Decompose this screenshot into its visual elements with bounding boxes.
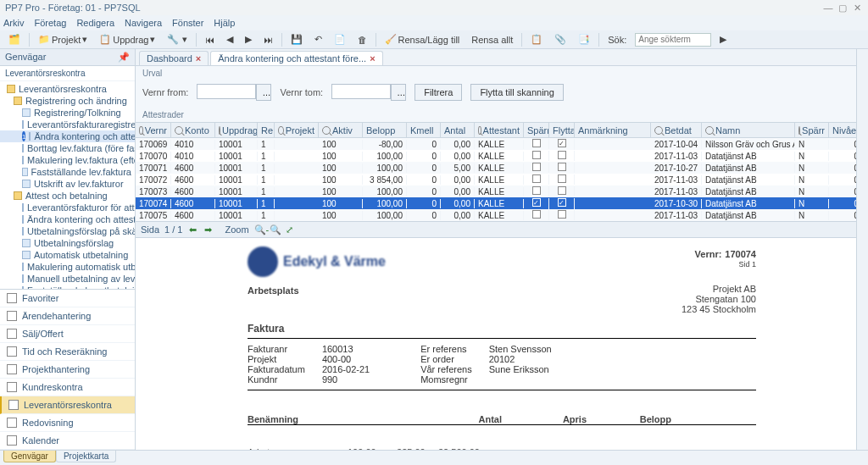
tree-item[interactable]: Leverantörsreskontra — [0, 83, 135, 95]
tree-item[interactable]: Borttag lev.faktura (före fastställande) — [0, 142, 135, 154]
column-header[interactable]: Aktiv — [319, 123, 363, 137]
vernr-to-input[interactable] — [331, 84, 391, 99]
sparr-checkbox[interactable] — [532, 139, 541, 147]
uppdrag-dropdown[interactable]: 📋 Uppdrag ▾ — [96, 33, 159, 46]
nav-section[interactable]: Tid och Reseräkning — [0, 343, 135, 361]
menu-fönster[interactable]: Fönster — [172, 18, 203, 28]
flytta-button[interactable]: Flytta till skanning — [470, 84, 563, 101]
vernr-from-lookup[interactable]: … — [256, 84, 271, 101]
menu-navigera[interactable]: Navigera — [125, 18, 162, 28]
menu-företag[interactable]: Företag — [34, 18, 66, 28]
column-header[interactable]: Uppdrag — [215, 123, 258, 137]
column-header[interactable]: Flytta — [549, 123, 575, 137]
table-row[interactable]: 1700694010100011100-80,0000,00KALLE2017-… — [136, 138, 868, 150]
tree-item[interactable]: Ändra kontering och attestant på lev.fak… — [0, 213, 135, 225]
close-icon[interactable]: ✕ — [851, 3, 863, 14]
search-input[interactable] — [635, 33, 711, 47]
tree-item[interactable]: Attest och betalning — [0, 190, 135, 202]
tree-item[interactable]: Utbetalningsförslag på skärm — [0, 225, 135, 237]
undo-icon[interactable]: ↶ — [311, 33, 326, 46]
save-icon[interactable]: 💾 — [287, 33, 306, 46]
tree-item[interactable]: Makulering lev.faktura (efter fastställa… — [0, 154, 135, 166]
nav-first-icon[interactable]: ⏮ — [202, 34, 218, 46]
sparr-checkbox[interactable] — [532, 151, 541, 159]
tree-item[interactable]: Fastställande lev.faktura — [0, 166, 135, 178]
column-header[interactable]: Antal — [441, 123, 475, 137]
document-tab[interactable]: Dashboard× — [139, 51, 209, 65]
column-header[interactable]: Belopp — [363, 123, 407, 137]
nav-section[interactable]: Sälj/Offert — [0, 325, 135, 343]
nav-section[interactable]: Leverantörsreskontra — [0, 396, 135, 414]
column-header[interactable]: Projekt — [275, 123, 319, 137]
table-row[interactable]: 1700704010100011100100,0000,00KALLE2017-… — [136, 150, 868, 162]
column-header[interactable]: Attestant — [475, 123, 524, 137]
sparr-checkbox[interactable] — [532, 210, 541, 219]
footer-tab-projektkarta[interactable]: Projektkarta — [56, 451, 116, 462]
document-tab[interactable]: Ändra kontering och attestant före...× — [210, 51, 382, 65]
rensa-lagg-button[interactable]: 🧹 Rensa/Lägg till — [381, 33, 464, 46]
nav-section[interactable]: Redovisning — [0, 414, 135, 432]
projekt-dropdown[interactable]: 📁 Projekt ▾ — [35, 33, 91, 46]
tree-item[interactable]: Utbetalningsförslag — [0, 237, 135, 249]
tab-close-icon[interactable]: × — [196, 53, 201, 64]
table-row[interactable]: 1700754600100011100100,0000,00KALLE2017-… — [136, 209, 868, 221]
toolbar-icon[interactable]: 📎 — [551, 33, 570, 46]
filter-icon[interactable] — [322, 126, 331, 135]
column-header[interactable]: Anmärkning — [575, 123, 651, 137]
flytta-checkbox[interactable] — [558, 210, 566, 219]
tree-item[interactable]: Makulering automatisk utbetalning — [0, 261, 135, 273]
table-row[interactable]: 1700734600100011100100,0000,00KALLE2017-… — [136, 185, 868, 197]
vernr-from-input[interactable] — [197, 84, 256, 99]
flytta-checkbox[interactable] — [558, 139, 566, 147]
filter-icon[interactable] — [478, 126, 481, 135]
column-header[interactable]: Spärr — [524, 123, 549, 137]
table-row[interactable]: 1700744600100011100100,0000,00KALLE2017-… — [136, 197, 868, 209]
nav-last-icon[interactable]: ⏭ — [260, 34, 276, 46]
toolbar-icon[interactable]: 🔧 ▾ — [164, 33, 190, 46]
sparr-checkbox[interactable] — [532, 163, 541, 171]
new-icon[interactable]: 📄 — [331, 33, 349, 46]
zoom-out-icon[interactable]: 🔍- — [254, 224, 264, 235]
filter-icon[interactable] — [278, 126, 284, 135]
zoom-fit-icon[interactable]: ⤢ — [285, 224, 295, 235]
flytta-checkbox[interactable] — [558, 163, 566, 171]
footer-tab-genvagar[interactable]: Genvägar — [3, 451, 56, 462]
tree-item[interactable]: Manuell utbetalning av lev.faktura — [0, 273, 135, 285]
page-prev-icon[interactable]: ⬅ — [187, 224, 198, 235]
toolbar-icon[interactable]: 🗂️ — [5, 33, 24, 46]
column-header[interactable]: Re... — [258, 123, 275, 137]
tree-item[interactable]: Leverantörsfakturaregistrering — [0, 119, 135, 130]
search-go-icon[interactable]: ▶ — [716, 33, 730, 46]
pin-icon[interactable]: 📌 — [118, 52, 130, 63]
flytta-checkbox[interactable] — [558, 174, 566, 183]
tree-item[interactable]: Registrering och ändring — [0, 95, 135, 107]
filtrera-button[interactable]: Filtrera — [415, 84, 462, 101]
filter-icon[interactable] — [175, 126, 183, 135]
tab-close-icon[interactable]: × — [370, 53, 375, 64]
filter-icon[interactable] — [219, 126, 220, 135]
nav-section[interactable]: Projekthantering — [0, 361, 135, 379]
flytta-checkbox[interactable] — [558, 186, 566, 195]
filter-icon[interactable] — [139, 126, 143, 135]
filter-icon[interactable] — [705, 126, 714, 135]
column-header[interactable]: Vernr — [136, 123, 171, 137]
nav-prev-icon[interactable]: ◀ — [223, 33, 236, 46]
flytta-checkbox[interactable] — [558, 198, 566, 207]
minimize-icon[interactable]: — — [822, 3, 834, 13]
rensa-allt-button[interactable]: Rensa allt — [468, 34, 516, 46]
column-header[interactable]: Kmell — [407, 123, 441, 137]
tree-item[interactable]: Automatisk utbetalning — [0, 249, 135, 261]
zoom-in-icon[interactable]: 🔍+ — [270, 224, 280, 235]
menu-hjälp[interactable]: Hjälp — [214, 18, 235, 28]
tree-item[interactable]: 1Ändra kontering och attestant (före fas… — [0, 130, 135, 142]
filter-icon[interactable] — [798, 126, 800, 135]
column-header[interactable]: Konto — [171, 123, 215, 137]
sparr-checkbox[interactable] — [532, 198, 541, 207]
table-row[interactable]: 17007246001000111003 854,0000,00KALLE201… — [136, 174, 868, 185]
nav-section[interactable]: Favoriter — [0, 290, 135, 307]
nav-section[interactable]: Ärendehantering — [0, 307, 135, 325]
tree-item[interactable]: Registrering/Tolkning — [0, 107, 135, 119]
sparr-checkbox[interactable] — [532, 174, 541, 183]
toolbar-icon[interactable]: 📑 — [575, 33, 593, 46]
toolbar-icon[interactable]: 📋 — [527, 33, 546, 46]
